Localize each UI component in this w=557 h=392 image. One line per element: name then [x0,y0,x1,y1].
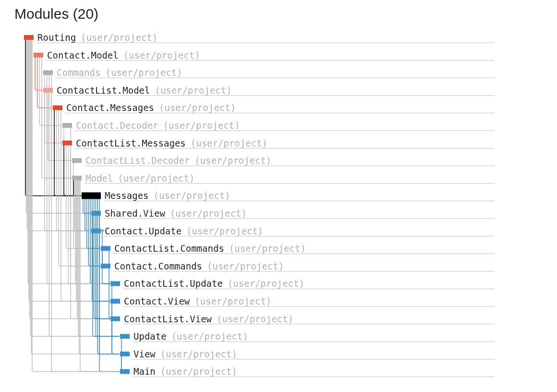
module-graph: Routing(user/project)Contact.Model(user/… [14,29,543,384]
dependency-edge [112,286,120,336]
module-label[interactable]: View(user/project) [133,348,237,359]
module-box[interactable] [82,192,101,199]
module-label[interactable]: Commands(user/project) [57,67,182,78]
title-word: Modules [14,6,69,22]
module-box[interactable] [34,53,43,58]
module-label[interactable]: Routing(user/project) [37,32,157,43]
module-box[interactable] [101,264,110,269]
module-box[interactable] [101,246,110,251]
module-box[interactable] [53,105,62,110]
module-label[interactable]: Contact.Commands(user/project) [114,260,284,271]
module-label[interactable]: Main(user/project) [133,366,237,377]
module-box[interactable] [72,158,82,163]
dependency-edge [78,181,120,336]
dependency-edge [25,40,81,196]
module-box[interactable] [120,369,130,374]
module-box[interactable] [91,229,101,233]
module-box[interactable] [43,88,53,93]
module-box[interactable] [62,141,72,146]
page-title: Modules (20) [14,6,543,22]
module-box[interactable] [110,281,120,286]
module-box[interactable] [91,211,101,216]
module-label[interactable]: Contact.Messages(user/project) [66,102,236,113]
module-label[interactable]: ContactList.Messages(user/project) [76,137,267,148]
module-label[interactable]: ContactList.View(user/project) [124,313,293,324]
module-label[interactable]: Update(user/project) [133,331,248,342]
module-label[interactable]: ContactList.Model(user/project) [57,85,232,95]
module-box[interactable] [72,176,82,181]
module-box[interactable] [110,317,120,321]
module-label[interactable]: ContactList.Decoder(user/project) [85,155,272,166]
nodes: Routing(user/project)Contact.Model(user/… [24,32,495,377]
dependency-edge [112,321,120,354]
module-label[interactable]: ContactList.Update(user/project) [124,278,304,289]
module-box[interactable] [43,70,53,75]
module-box[interactable] [120,334,130,339]
module-label[interactable]: Contact.Decoder(user/project) [76,120,240,131]
module-label[interactable]: ContactList.Commands(user/project) [114,243,306,254]
module-box[interactable] [110,299,120,304]
dependency-edge [85,199,91,231]
module-box[interactable] [24,35,34,40]
dependency-edge [97,199,120,354]
dependency-edge [112,304,120,354]
module-label[interactable]: Contact.View(user/project) [124,296,271,306]
module-box[interactable] [120,352,130,356]
module-label[interactable]: Contact.Update(user/project) [105,225,263,236]
module-label[interactable]: Contact.Model(user/project) [47,49,200,60]
module-label[interactable]: Model(user/project) [85,172,194,183]
title-count: 20 [78,6,94,22]
module-label[interactable]: Messages(user/project) [105,190,230,201]
module-label[interactable]: Shared.View(user/project) [105,208,247,219]
module-box[interactable] [62,123,72,128]
